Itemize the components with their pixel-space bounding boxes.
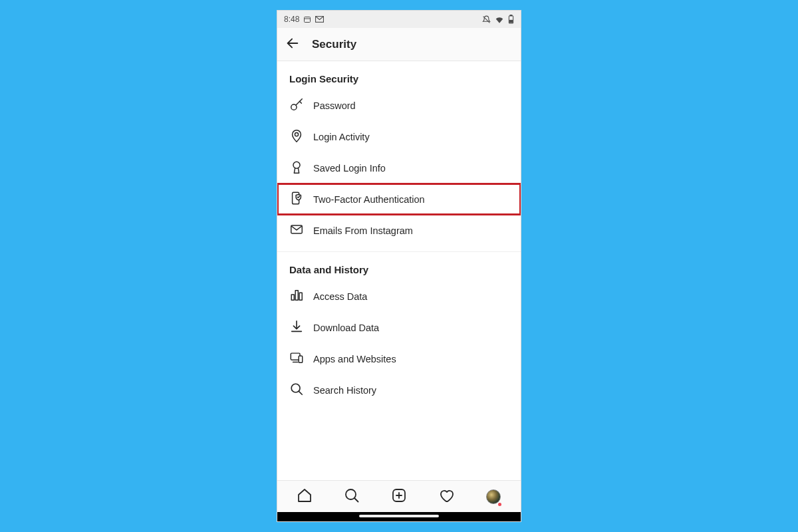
nav-activity[interactable]: [434, 485, 458, 509]
row-search-history[interactable]: Search History: [277, 374, 521, 406]
app-bar: Security: [277, 28, 521, 61]
svg-rect-22: [299, 356, 303, 362]
gesture-bar: [277, 512, 521, 521]
bar-chart-icon: [289, 288, 304, 305]
svg-rect-15: [291, 295, 294, 300]
download-icon: [289, 319, 304, 336]
svg-line-26: [354, 498, 358, 502]
row-label: Saved Login Info: [313, 163, 386, 174]
key-icon: [289, 97, 304, 114]
status-time: 8:48: [284, 15, 299, 24]
keyhole-icon: [289, 160, 304, 176]
row-label: Apps and Websites: [313, 354, 396, 364]
nav-new-post[interactable]: [387, 485, 411, 509]
row-download-data[interactable]: Download Data: [277, 312, 521, 343]
row-access-data[interactable]: Access Data: [277, 281, 521, 312]
nav-profile[interactable]: [481, 485, 505, 509]
row-label: Login Activity: [313, 132, 370, 142]
bottom-nav: [277, 480, 521, 512]
avatar-icon: [486, 489, 501, 504]
row-apps-and-websites[interactable]: Apps and Websites: [277, 343, 521, 374]
row-label: Download Data: [313, 323, 379, 333]
settings-content: Login Security Password Login Activity S…: [277, 61, 521, 480]
status-bar: 8:48: [277, 11, 521, 28]
gesture-pill: [359, 515, 439, 517]
nav-search[interactable]: [340, 485, 364, 509]
notifications-off-icon: [482, 15, 491, 24]
notification-dot-icon: [498, 503, 501, 506]
phone-shield-icon: [289, 191, 304, 207]
mail-status-icon: [315, 16, 324, 23]
page-title: Security: [312, 38, 356, 51]
svg-line-24: [299, 391, 302, 394]
location-pin-icon: [289, 128, 304, 145]
devices-icon: [289, 350, 304, 367]
row-login-activity[interactable]: Login Activity: [277, 121, 521, 152]
phone-frame: 8:48 Security Login Secu: [277, 10, 521, 522]
svg-rect-5: [510, 15, 512, 15]
row-label: Password: [313, 100, 356, 111]
battery-icon: [508, 15, 514, 24]
mail-icon: [289, 222, 304, 239]
row-two-factor-authentication[interactable]: Two-Factor Authentication: [277, 184, 521, 215]
svg-line-10: [300, 101, 302, 103]
back-button[interactable]: [285, 36, 300, 53]
row-password[interactable]: Password: [277, 90, 521, 121]
svg-rect-16: [295, 291, 298, 301]
svg-point-12: [293, 162, 300, 168]
heart-icon: [438, 487, 454, 506]
row-label: Access Data: [313, 291, 367, 302]
search-icon: [344, 487, 360, 506]
section-title-data: Data and History: [277, 252, 521, 281]
row-label: Search History: [313, 385, 376, 396]
search-icon: [289, 382, 304, 398]
section-title-login: Login Security: [277, 61, 521, 90]
calendar-icon: [303, 15, 311, 23]
row-emails-from-instagram[interactable]: Emails From Instagram: [277, 215, 521, 246]
svg-rect-17: [299, 293, 302, 300]
row-label: Emails From Instagram: [313, 225, 413, 236]
svg-line-9: [296, 99, 302, 105]
svg-point-11: [295, 133, 298, 136]
wifi-icon: [495, 15, 504, 23]
row-label: Two-Factor Authentication: [313, 194, 425, 205]
nav-home[interactable]: [293, 485, 317, 509]
plus-square-icon: [391, 487, 407, 506]
svg-rect-6: [509, 20, 512, 23]
home-icon: [297, 487, 313, 506]
svg-rect-0: [305, 17, 311, 23]
row-saved-login-info[interactable]: Saved Login Info: [277, 152, 521, 184]
